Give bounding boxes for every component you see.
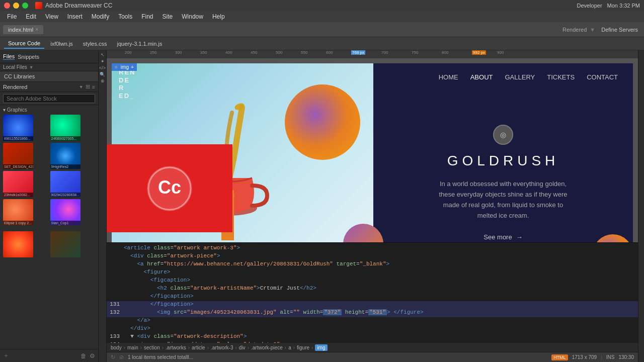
breadcrumb-figure[interactable]: figure (297, 345, 309, 350)
hamburger-icon: ≡ (115, 64, 118, 70)
cc-panel-overlay: Cc (107, 144, 232, 232)
tool-arrow[interactable]: ↖ (99, 52, 106, 57)
menu-help[interactable]: Help (208, 12, 229, 21)
graphic-item-5[interactable]: 9029423280638... (50, 171, 80, 197)
minimize-button[interactable] (13, 3, 19, 9)
tool-code[interactable]: </> (99, 65, 106, 70)
breadcrumb-div[interactable]: div (239, 345, 246, 350)
ruler-mark-992: 992 px (472, 50, 486, 55)
menu-insert[interactable]: Insert (63, 12, 87, 21)
ruler-mark-900: 900 (497, 50, 504, 55)
nav-about[interactable]: ABOUT (470, 73, 493, 81)
ruler-mark-200: 200 (125, 50, 131, 55)
menu-window[interactable]: Window (178, 12, 207, 21)
breadcrumb-artwork3[interactable]: .artwork-3 (211, 345, 233, 350)
breadcrumb-artwork-piece[interactable]: .artwork-piece (251, 345, 283, 350)
code-line-2: <div class="artwork-piece"> (107, 253, 638, 261)
files-tab[interactable]: Files (3, 53, 15, 60)
graphics-label: ▾ Graphics (3, 107, 95, 113)
code-line-6: <h2 class="artwork-artistName">Crtomir J… (107, 285, 638, 293)
file-tab-2[interactable]: jquery-3.1.1.min.js (113, 39, 167, 48)
tool-icons-strip: ↖ ✦ </> 🔍 ⊕ (99, 50, 107, 362)
snippets-tab[interactable]: Snippets (18, 54, 39, 60)
see-more-link[interactable]: See more → (484, 233, 522, 241)
menu-modify[interactable]: Modify (88, 12, 113, 21)
line-content-1: <article class="artwork artwork-3"> (124, 245, 240, 251)
tool-zoom[interactable]: ⊕ (99, 78, 106, 83)
line-content-12: ▼ <div class="artwork-description"> (124, 333, 247, 339)
logo-area: RENDERED_ (119, 68, 135, 100)
code-line-9: 132 <img src="images/49523428063831.jpg"… (107, 309, 638, 317)
line-content-10: </a> (124, 317, 150, 323)
breadcrumb-a[interactable]: a (288, 345, 291, 350)
mode-label: Developer (577, 3, 602, 9)
rendered-label: Rendered (3, 84, 77, 90)
nav-home[interactable]: HOME (439, 73, 458, 81)
graphic-label-0: 890115521860... (3, 136, 33, 141)
graphic-item-6[interactable]: Ellipse 1 copy 2... (3, 199, 33, 225)
delete-icon[interactable]: 🗑 (80, 352, 87, 359)
menu-tools[interactable]: Tools (114, 12, 136, 21)
ruler-mark-700: 700 (381, 50, 388, 55)
menu-site[interactable]: Site (158, 12, 177, 21)
code-line-3: <a href="https://www.behance.net/gallery… (107, 261, 638, 269)
tab-close-icon[interactable]: × (35, 27, 38, 32)
ruler-mark-768: 768 px (351, 50, 365, 55)
tool-insert[interactable]: ✦ (99, 59, 106, 64)
menu-find[interactable]: Find (137, 12, 157, 21)
see-more-arrow: → (516, 233, 523, 241)
source-code-tab[interactable]: Source Code (4, 39, 44, 49)
ruler-mark-500: 500 (276, 50, 282, 55)
graphics-section: ▾ Graphics 890115521860... 24f069327305.… (0, 105, 98, 227)
graphic-item-4[interactable]: 23hhdk1s0082... (3, 171, 33, 197)
line-num-12: 133 (109, 333, 124, 339)
nav-contact[interactable]: CONTACT (587, 73, 618, 81)
add-item-icon[interactable]: ＋ (3, 351, 9, 360)
maximize-button[interactable] (22, 3, 28, 9)
img-tag-indicator: ≡ img + (112, 63, 137, 71)
breadcrumb-body[interactable]: body (111, 345, 122, 350)
search-bar (0, 92, 98, 105)
code-line-10: </a> (107, 317, 638, 325)
breadcrumb-artworks[interactable]: .artworks (166, 345, 186, 350)
img-tag-plus: + (131, 64, 134, 70)
line-content-6: <h2 class="artwork-artistName">Crtomir J… (124, 285, 316, 291)
file-tab-1[interactable]: styles.css (79, 39, 111, 48)
define-servers-button[interactable]: Define Servers (598, 26, 641, 34)
canvas-split: 200 250 300 350 400 450 500 550 600 768 … (107, 50, 638, 362)
menu-file[interactable]: File (3, 12, 21, 21)
graphic-item-9[interactable] (50, 231, 80, 257)
rendered-mode-label: Rendered (562, 27, 587, 33)
ruler-marks: 200 250 300 350 400 450 500 550 600 768 … (115, 50, 638, 58)
graphic-item-3[interactable]: 9HighRes2 (50, 143, 80, 169)
nav-gallery[interactable]: GALLERY (505, 73, 535, 81)
active-file-tab[interactable]: index.html × (3, 25, 43, 34)
file-tab-0[interactable]: ixf0lwn.js (46, 39, 77, 48)
breadcrumb-article[interactable]: article (192, 345, 205, 350)
goldrush-icon-symbol: ◎ (500, 131, 506, 139)
breadcrumb-main[interactable]: main (127, 345, 138, 350)
line-content-2: <div class="artwork-piece"> (124, 253, 220, 259)
graphic-item-7[interactable]: Stan_Cop1 (50, 199, 80, 225)
breadcrumb-img[interactable]: img (315, 344, 327, 351)
graphic-label-2: SET_DESIGN_42X (3, 164, 33, 169)
line-content-9: <img src="images/49523428063831.jpg" alt… (124, 309, 424, 315)
refresh-icon[interactable]: ↻ (111, 354, 115, 360)
close-button[interactable] (4, 3, 10, 9)
graphic-item-0[interactable]: 890115521860... (3, 115, 33, 141)
search-input[interactable] (3, 94, 95, 103)
source-tabs-bar: Source Code ixf0lwn.js styles.css jquery… (0, 37, 644, 50)
tool-search[interactable]: 🔍 (99, 72, 106, 77)
nav-tickets[interactable]: TICKETS (547, 73, 575, 81)
graphic-item-1[interactable]: 24f069327305... (50, 115, 80, 141)
stop-icon[interactable]: ⊘ (119, 354, 124, 360)
menu-view[interactable]: View (41, 12, 62, 21)
cc-libraries-header[interactable]: CC Libraries (0, 71, 98, 82)
breadcrumb-section[interactable]: section (144, 345, 160, 350)
ruler-mark-750: 750 (412, 50, 418, 55)
graphic-item-8[interactable] (3, 231, 33, 257)
code-line-7: </figcaption> (107, 293, 638, 301)
settings-icon[interactable]: ⚙ (90, 352, 95, 359)
menu-edit[interactable]: Edit (22, 12, 40, 21)
graphic-item-2[interactable]: SET_DESIGN_42X (3, 143, 33, 169)
